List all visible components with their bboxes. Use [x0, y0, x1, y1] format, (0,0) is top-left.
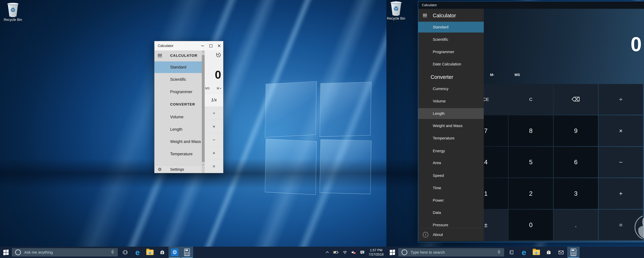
start-button[interactable]: [386, 247, 398, 258]
store-icon: [546, 249, 552, 255]
multiply-button[interactable]: ×: [205, 120, 223, 133]
scrollbar-thumb[interactable]: [202, 55, 205, 162]
scroll-down-icon[interactable]: ⌄: [202, 162, 205, 166]
menu-item-date-calculation[interactable]: Date Calculation: [418, 59, 484, 70]
menu-item-speed[interactable]: Speed: [418, 170, 484, 181]
menu-item-currency[interactable]: Currency: [418, 83, 484, 94]
menu-item-length[interactable]: Length: [154, 123, 202, 135]
settings-button[interactable]: [168, 247, 181, 258]
calculator-window-dark: Calculator 0 M- MS CE C ⌫ ÷ 7 8 9 × 4 5 …: [418, 1, 644, 242]
minimize-button[interactable]: [198, 41, 207, 50]
title-bar[interactable]: Calculator: [418, 1, 644, 9]
memory-flyout-button[interactable]: M: [217, 87, 222, 90]
clock-date: 7/27/2018: [369, 252, 384, 256]
subtract-button[interactable]: −: [205, 133, 223, 147]
menu-item-standard[interactable]: Standard: [154, 61, 202, 73]
recycle-bin-shortcut[interactable]: Recycle Bin: [386, 1, 407, 21]
operator-column: 1/x ÷ × − + =: [205, 93, 223, 173]
menu-item-data[interactable]: Data: [418, 207, 484, 218]
task-view-timeline-button[interactable]: [506, 247, 518, 258]
digit-0-button[interactable]: 0: [509, 210, 553, 240]
chevron-up-icon[interactable]: [325, 251, 329, 254]
menu-section-converter: Converter: [418, 72, 484, 82]
menu-item-programmer[interactable]: Programmer: [418, 46, 484, 57]
window-title: Calculator: [422, 3, 644, 7]
add-button[interactable]: +: [599, 178, 643, 209]
digit-3-button[interactable]: 3: [554, 178, 598, 209]
store-button[interactable]: [156, 247, 168, 258]
edge-button[interactable]: [132, 247, 144, 258]
file-explorer-button[interactable]: [530, 247, 542, 258]
digit-5-button[interactable]: 5: [509, 147, 553, 178]
menu-item-settings[interactable]: Settings: [154, 166, 202, 173]
add-button[interactable]: +: [205, 147, 223, 160]
menu-item-scientific[interactable]: Scientific: [154, 74, 202, 85]
divide-button[interactable]: ÷: [599, 84, 643, 115]
menu-item-about[interactable]: About: [418, 230, 484, 240]
mail-button[interactable]: [555, 247, 567, 258]
digit-8-button[interactable]: 8: [509, 115, 553, 146]
gear-icon: [158, 167, 162, 172]
maximize-icon: [210, 44, 212, 47]
calculator-window-light: Calculator 0 MS M 1/x ÷ × − + =: [154, 41, 223, 173]
reciprocal-button[interactable]: 1/x: [205, 93, 223, 106]
volume-muted-icon[interactable]: [351, 250, 356, 254]
recycle-bin-shortcut[interactable]: Recycle Bin: [2, 2, 24, 22]
multiply-button[interactable]: ×: [599, 115, 643, 146]
recycle-bin-icon: [390, 1, 402, 16]
menu-item-time[interactable]: Time: [418, 183, 484, 193]
edge-button[interactable]: [518, 247, 530, 258]
battery-charging-icon[interactable]: [333, 251, 338, 254]
microphone-icon[interactable]: [111, 250, 114, 255]
menu-item-scientific[interactable]: Scientific: [418, 34, 484, 45]
menu-item-volume[interactable]: Volume: [418, 96, 484, 106]
hamburger-icon[interactable]: [423, 14, 427, 17]
menu-item-weight-and-mass[interactable]: Weight and Mass: [418, 120, 484, 131]
action-center-icon[interactable]: [360, 250, 364, 254]
cortana-search-box[interactable]: Ask me anything: [12, 248, 118, 256]
taskbar-clock[interactable]: 1:57 PM 7/27/2018: [369, 248, 384, 256]
menu-item-volume[interactable]: Volume: [154, 111, 202, 123]
scroll-up-icon[interactable]: ⌃: [202, 50, 205, 54]
start-button[interactable]: [0, 247, 12, 258]
menu-item-temperature[interactable]: Temperature: [418, 133, 484, 144]
backspace-button[interactable]: ⌫: [554, 84, 598, 115]
subtract-button[interactable]: −: [599, 147, 643, 178]
clear-button[interactable]: C: [509, 84, 553, 115]
menu-item-energy[interactable]: Energy: [418, 146, 484, 156]
search-box[interactable]: Type here to search: [398, 248, 504, 256]
equals-button[interactable]: =: [205, 160, 223, 173]
menu-item-weight-and-mass[interactable]: Weight and Mass: [154, 136, 202, 148]
menu-item-programmer[interactable]: Programmer: [154, 86, 202, 98]
wifi-icon[interactable]: [342, 251, 347, 254]
memory-row: M- MS: [464, 72, 643, 78]
calculator-button[interactable]: [567, 247, 580, 258]
menu-header: CALCULATOR: [154, 51, 202, 60]
title-bar[interactable]: Calculator: [154, 41, 223, 50]
store-button[interactable]: [542, 247, 555, 258]
digit-2-button[interactable]: 2: [509, 178, 553, 209]
task-view-button[interactable]: [119, 247, 132, 258]
history-icon[interactable]: [216, 52, 222, 58]
memory-store-button[interactable]: MS: [205, 87, 210, 90]
memory-minus-button[interactable]: M-: [490, 73, 494, 77]
menu-item-temperature[interactable]: Temperature: [154, 148, 202, 160]
microphone-icon[interactable]: [497, 250, 501, 255]
maximize-button[interactable]: [207, 41, 215, 50]
menu-item-area[interactable]: Area: [418, 157, 484, 168]
digit-9-button[interactable]: 9: [554, 115, 598, 146]
system-tray: 1:57 PM 7/27/2018: [325, 248, 386, 256]
decimal-button[interactable]: .: [554, 210, 598, 240]
menu-item-length[interactable]: Length: [418, 108, 484, 119]
menu-item-pressure[interactable]: Pressure: [418, 220, 484, 230]
close-button[interactable]: [215, 41, 223, 50]
file-explorer-button[interactable]: [144, 247, 156, 258]
digit-6-button[interactable]: 6: [554, 147, 598, 178]
menu-scrollbar[interactable]: ⌃ ⌄: [202, 50, 205, 173]
task-view-timeline-icon: [509, 250, 514, 255]
divide-button[interactable]: ÷: [205, 106, 223, 120]
menu-item-standard[interactable]: Standard: [418, 22, 484, 33]
menu-item-power[interactable]: Power: [418, 195, 484, 206]
calculator-button[interactable]: [181, 247, 193, 258]
memory-store-button[interactable]: MS: [514, 73, 520, 77]
